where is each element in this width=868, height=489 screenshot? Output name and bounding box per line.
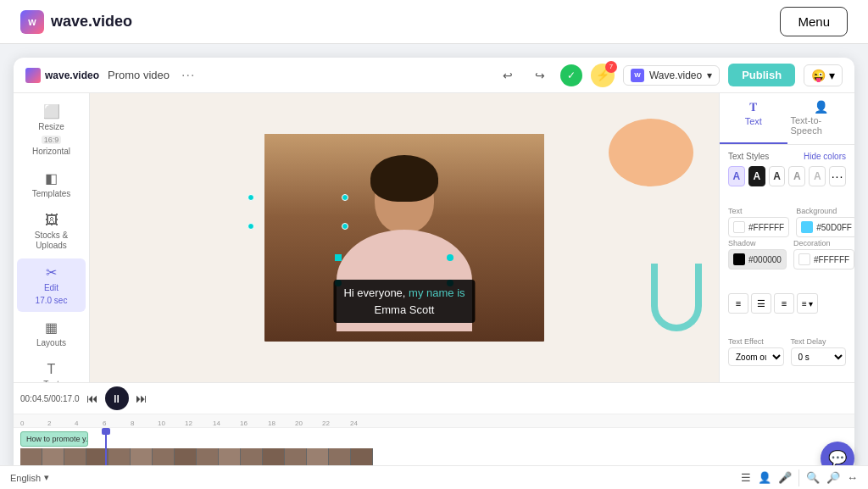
text-track: How to promote y... [14, 430, 854, 448]
menu-button[interactable]: Menu [780, 7, 848, 36]
text-styles-label: Text Styles [728, 152, 769, 161]
ruler-mark-20: 20 [295, 420, 303, 427]
text-delay-col: Text Delay 0 s 0.5 s 1 s [791, 337, 847, 366]
main-area: wave.video Promo video ··· ↩ ↪ ✓ ⚡ 7 W W… [0, 44, 868, 489]
thumb-11 [241, 448, 263, 467]
resize-sub-label: Horizontal [32, 147, 70, 157]
language-label: English [10, 473, 41, 483]
skip-back-button[interactable]: ⏮ [83, 390, 102, 407]
text-effect-label: Text Effect [728, 337, 784, 346]
style-btn-3[interactable]: A [769, 166, 786, 186]
sidebar-item-templates[interactable]: ◧ Templates [17, 164, 86, 205]
text-tab-icon: 𝐓 [749, 100, 757, 114]
shadow-label: Shadow [728, 239, 787, 247]
sidebar-item-text[interactable]: T Text [17, 356, 86, 382]
mic-icon[interactable]: 🎤 [778, 471, 792, 484]
thumb-5 [108, 448, 131, 467]
logo: w wave.video [20, 10, 132, 34]
playhead-head [102, 428, 110, 435]
list-style-button[interactable]: ≡ ▾ [797, 293, 818, 314]
right-panel: 𝐓 Text 👤 Text-to-Speech Text Styles Hide… [719, 93, 854, 382]
ruler-mark-4: 4 [75, 420, 78, 427]
workspace-selector[interactable]: W Wave.video ▾ [623, 65, 720, 86]
text-color-input[interactable]: #FFFFFF [728, 217, 789, 237]
ruler-mark-18: 18 [268, 420, 275, 427]
bg-color-swatch [801, 221, 813, 233]
workspace-icon: W [631, 69, 644, 82]
redo-button[interactable]: ↪ [528, 64, 552, 87]
zoom-out-icon[interactable]: 🔎 [826, 471, 840, 484]
undo-button[interactable]: ↩ [496, 64, 520, 87]
shadow-input[interactable]: #000000 [728, 249, 787, 270]
text-delay-select[interactable]: 0 s 0.5 s 1 s [791, 347, 847, 366]
ruler-mark-0: 0 [20, 420, 24, 427]
check-button[interactable]: ✓ [560, 64, 582, 86]
ruler-mark-22: 22 [322, 420, 330, 427]
decoration-swatch [798, 253, 810, 265]
video-subtitle[interactable]: Hi everyone, my name is Emma Scott [333, 280, 475, 323]
sidebar-item-stocks[interactable]: 🖼 Stocks & Uploads [17, 207, 86, 257]
ruler-mark-16: 16 [240, 420, 248, 427]
notifications-button[interactable]: ⚡ 7 [591, 64, 615, 87]
deco-orange-shape [609, 119, 693, 186]
thumb-16 [351, 448, 373, 467]
bg-color-hex: #50D0FF [816, 223, 852, 232]
fit-icon[interactable]: ↔ [847, 471, 858, 484]
text-color-hex: #FFFFFF [748, 223, 784, 232]
top-bar: w wave.video Menu [0, 0, 868, 44]
app-name: wave.video [51, 13, 132, 31]
tab-text[interactable]: 𝐓 Text [720, 93, 787, 144]
decoration-input[interactable]: #FFFFFF [793, 249, 854, 270]
thumb-3 [64, 448, 86, 467]
bg-color-input[interactable]: #50D0FF [796, 217, 854, 237]
publish-button[interactable]: Publish [728, 64, 795, 86]
style-btn-1[interactable]: A [728, 166, 745, 186]
zoom-in-icon[interactable]: 🔍 [806, 471, 820, 484]
emoji-button[interactable]: 😜 ▾ [804, 64, 843, 86]
workspace-chevron-icon: ▾ [707, 69, 712, 81]
align-right-button[interactable]: ≡ [774, 293, 794, 314]
video-thumbnails-track [20, 448, 580, 467]
editor-logo-icon [25, 68, 41, 83]
sidebar-edit-duration: 17.0 sec [36, 296, 68, 306]
ruler-mark-6: 6 [103, 420, 106, 427]
sidebar-item-edit[interactable]: ✂ Edit 17.0 sec [17, 258, 86, 312]
panel-tabs: 𝐓 Text 👤 Text-to-Speech [720, 93, 854, 145]
thumb-13 [285, 448, 307, 467]
style-btn-4[interactable]: A [788, 166, 805, 186]
selection-dot-2 [447, 254, 453, 261]
align-center-button[interactable]: ☰ [751, 293, 771, 314]
tab-tts[interactable]: 👤 Text-to-Speech [787, 93, 855, 144]
align-left-button[interactable]: ≡ [728, 293, 748, 314]
project-name: Promo video [108, 69, 170, 81]
list-icon[interactable]: ☰ [741, 471, 751, 484]
deco-blue-shape [651, 264, 702, 331]
ruler-mark-12: 12 [185, 420, 192, 427]
more-options-button[interactable]: ··· [181, 68, 195, 83]
edit-icon: ✂ [46, 264, 57, 281]
sidebar-item-resize[interactable]: ⬜ Resize 16:9 Horizontal [17, 97, 86, 163]
sidebar-item-layouts[interactable]: ▦ Layouts [17, 314, 86, 354]
style-btn-5[interactable]: A [809, 166, 826, 186]
video-frame[interactable]: Hi everyone, my name is Emma Scott [264, 134, 544, 342]
thumb-8 [175, 448, 197, 467]
style-btn-2[interactable]: A [748, 166, 765, 186]
timeline-area: 00:04.5/00:17.0 ⏮ ⏸ ⏭ 0 2 4 6 8 10 12 14… [14, 382, 854, 475]
sidebar-templates-label: Templates [32, 189, 71, 199]
text-effect-select[interactable]: Zoom out None Fade in Slide in [728, 347, 784, 366]
thumb-6 [131, 448, 153, 467]
tts-tab-label: Text-to-Speech [791, 115, 852, 136]
text-clip[interactable]: How to promote y... [20, 431, 88, 447]
person-icon[interactable]: 👤 [758, 471, 771, 484]
skip-forward-button[interactable]: ⏭ [132, 390, 151, 407]
text-styles-row: A A A A A ··· [728, 166, 846, 186]
style-more-button[interactable]: ··· [829, 166, 846, 186]
decoration-field: Decoration #FFFFFF [793, 239, 854, 270]
hide-colors-button[interactable]: Hide colors [804, 152, 846, 161]
text-color-swatch [733, 221, 745, 233]
text-styles-section: Text Styles Hide colors A A A A A ··· [720, 145, 854, 193]
language-button[interactable]: English ▾ [10, 472, 49, 483]
pause-button[interactable]: ⏸ [105, 386, 129, 410]
sidebar-resize-label: Resize [38, 122, 64, 132]
editor-header: wave.video Promo video ··· ↩ ↪ ✓ ⚡ 7 W W… [14, 58, 854, 93]
